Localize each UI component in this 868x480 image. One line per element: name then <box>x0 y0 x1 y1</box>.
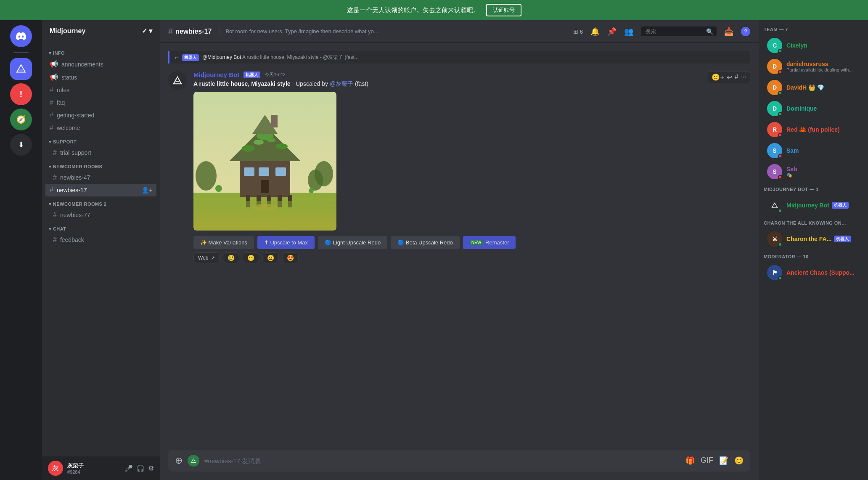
compass-server-icon[interactable]: 🧭 <box>10 109 32 130</box>
channel-newbies-47[interactable]: # newbies-47 <box>45 171 156 184</box>
danielrussruss-avatar: D <box>767 59 782 74</box>
channel-getting-started[interactable]: # getting-started <box>45 109 156 122</box>
cry-reaction[interactable]: 😢 <box>223 252 239 263</box>
member-midjourney-bot[interactable]: Midjourney Bot 机器人 <box>764 195 863 215</box>
exclamation-server-icon[interactable]: ! <box>10 83 32 105</box>
online-status-2 <box>778 91 782 95</box>
add-member-icon[interactable]: 👤+ <box>142 187 152 194</box>
members-icon[interactable]: 👥 <box>624 27 633 36</box>
member-danielrussruss[interactable]: D danielrussruss Partial availability, d… <box>764 56 863 77</box>
beta-upscale-redo-button[interactable]: 🔵 Beta Upscale Redo <box>391 236 460 249</box>
svg-point-14 <box>276 143 288 149</box>
channel-faq[interactable]: # faq <box>45 96 156 109</box>
member-info-6: Sam <box>786 147 860 154</box>
midjourney-server-icon[interactable] <box>10 58 32 80</box>
forum-icon-2: # <box>50 186 53 194</box>
discord-home-icon[interactable] <box>10 25 32 47</box>
bell-muted-icon[interactable]: 🔔 <box>590 27 600 36</box>
hash-icon-6: # <box>53 211 57 219</box>
sticker-icon[interactable]: 📝 <box>719 456 728 465</box>
dnd-status <box>778 70 782 74</box>
channel-list: ▾ INFO 📢 announcements 📢 status # rules … <box>42 42 160 456</box>
member-cixelyn[interactable]: C Cixelyn <box>764 35 863 56</box>
add-button[interactable]: ⊕ <box>175 455 183 466</box>
web-button[interactable]: Web ↗ <box>193 252 220 263</box>
headphone-icon[interactable]: 🎧 <box>136 464 145 472</box>
member-dominique[interactable]: D Dominique <box>764 98 863 119</box>
help-icon[interactable]: ? <box>741 27 750 36</box>
channel-header: # newbies-17 Bot room for new users. Typ… <box>160 20 759 43</box>
category-chat[interactable]: ▾ CHAT <box>45 221 156 233</box>
svg-point-25 <box>215 185 222 192</box>
channel-newbies-77[interactable]: # newbies-77 <box>45 209 156 221</box>
gift-icon[interactable]: 🎁 <box>685 456 695 465</box>
bot-avatar-sidebar <box>767 198 782 213</box>
member-davidh[interactable]: D DavidH 👑 💎 <box>764 77 863 98</box>
channel-announcements[interactable]: 📢 announcements <box>45 58 156 71</box>
make-variations-button[interactable]: ✨ Make Variations <box>193 236 254 249</box>
new-badge: NEW <box>470 240 483 245</box>
verify-button[interactable]: 认证账号 <box>486 4 521 16</box>
svg-point-2 <box>196 161 217 191</box>
server-dropdown-icon[interactable]: ✓ ▾ <box>142 27 152 35</box>
channel-rules[interactable]: # rules <box>45 84 156 96</box>
upscale-to-max-button[interactable]: ⬆ Upscale to Max <box>257 236 315 249</box>
heart-eyes-reaction[interactable]: 😍 <box>282 252 299 263</box>
member-status: Partial availability, dealing with... <box>786 67 860 72</box>
message-actions: 🙂+ ↩ # ··· <box>708 71 750 83</box>
light-upscale-redo-button[interactable]: 🔵 Light Upscale Redo <box>318 236 387 249</box>
thread-icon[interactable]: # <box>735 73 738 81</box>
reply-badge: 机器人 <box>182 54 199 61</box>
online-status-bot <box>778 209 782 213</box>
download-server-icon[interactable]: ⬇ <box>10 134 32 156</box>
member-charon[interactable]: ⚔ Charon the FA... 机器人 <box>764 229 863 249</box>
server-header[interactable]: Midjourney ✓ ▾ <box>42 20 160 42</box>
reply-icon[interactable]: ↩ <box>727 73 732 81</box>
message-image[interactable] <box>193 92 336 231</box>
member-red[interactable]: R Red 🦀 (fun police) <box>764 119 863 140</box>
add-reaction-icon[interactable]: 🙂+ <box>712 73 724 81</box>
category-support[interactable]: ▾ SUPPORT <box>45 134 156 146</box>
member-seb[interactable]: S Seb 🎭 <box>764 162 863 182</box>
member-name-6: Sam <box>786 147 860 154</box>
user-bar: 灰 灰栗子 #9284 🎤 🎧 ⚙ <box>42 456 160 480</box>
pin-icon[interactable]: 📌 <box>607 27 617 36</box>
channel-welcome[interactable]: # welcome <box>45 122 156 134</box>
gif-icon[interactable]: GIF <box>701 456 713 465</box>
neutral-reaction[interactable]: 😐 <box>243 252 259 263</box>
reply-text: @Midjourney Bot A rustic little house, M… <box>202 54 359 61</box>
remaster-button[interactable]: NEW Remaster <box>463 236 516 249</box>
settings-icon[interactable]: ⚙ <box>148 464 154 472</box>
channel-feedback[interactable]: # feedback <box>45 233 156 246</box>
svg-rect-22 <box>261 180 269 193</box>
input-server-icon <box>188 455 199 467</box>
channel-trial-support[interactable]: # trial-support <box>45 146 156 159</box>
channel-newbies-17[interactable]: # newbies-17 👤+ <box>45 184 156 196</box>
smile-reaction[interactable]: 😀 <box>262 252 279 263</box>
emoji-icon[interactable]: 😊 <box>734 456 744 465</box>
threads-icon[interactable]: ⊞ 6 <box>573 28 583 35</box>
message-sender: Midjourney Bot <box>193 71 239 78</box>
category-newcomer-2[interactable]: ▾ NEWCOMER ROOMS 2 <box>45 196 156 209</box>
bot-member-badge: 机器人 <box>832 202 849 209</box>
message-input[interactable] <box>204 457 680 464</box>
category-newcomer[interactable]: ▾ NEWCOMER ROOMS <box>45 159 156 171</box>
member-status-seb: 🎭 <box>786 172 860 178</box>
davidh-avatar: D <box>767 80 782 95</box>
search-input[interactable] <box>641 27 717 36</box>
inbox-icon[interactable]: 📥 <box>724 27 733 36</box>
category-info[interactable]: ▾ INFO <box>45 45 156 58</box>
main-content: # newbies-17 Bot room for new users. Typ… <box>160 20 759 480</box>
hash-icon-2: # <box>50 99 53 106</box>
member-ancient-chaos[interactable]: ⚑ Ancient Chaos (Suppo... <box>764 263 863 283</box>
message-body: Midjourney Bot 机器人 今天16:42 A rustic litt… <box>193 71 750 263</box>
mute-icon[interactable]: 🎤 <box>124 464 133 472</box>
member-name-7: Seb <box>786 166 860 172</box>
more-icon[interactable]: ··· <box>741 73 746 81</box>
sam-avatar: S <box>767 143 782 158</box>
channel-status[interactable]: 📢 status <box>45 71 156 84</box>
member-sam[interactable]: S Sam <box>764 141 863 161</box>
svg-point-16 <box>267 138 275 142</box>
member-info-3: DavidH 👑 💎 <box>786 84 860 91</box>
hash-icon-3: # <box>50 111 53 119</box>
